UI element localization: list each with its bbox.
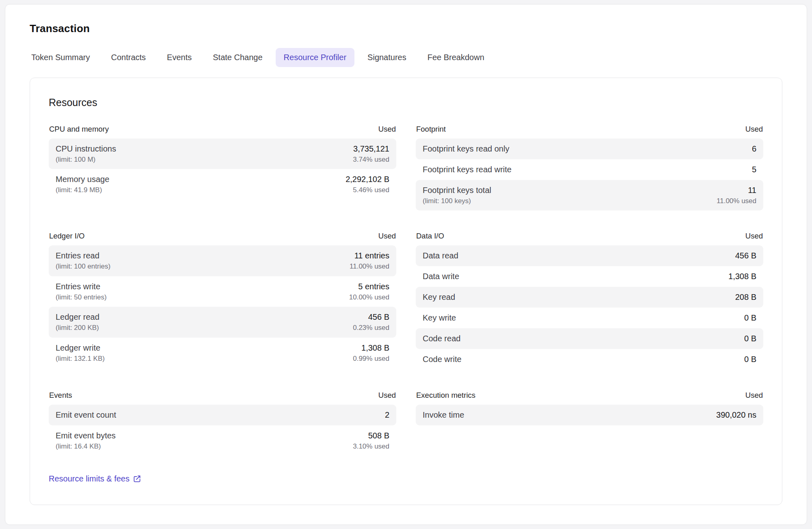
page-title: Transaction [30,22,782,35]
resource-label: Entries read [56,251,110,261]
resources-title: Resources [49,97,763,108]
section-title: CPU and memory [49,125,109,134]
section-cpu-memory: CPU and memory Used CPU instructions (li… [49,125,396,200]
section-header: Data I/O Used [416,232,763,241]
resource-value: 0 B [744,313,756,323]
resource-label: Invoke time [423,410,464,420]
section-execution-metrics: Execution metrics Used Invoke time 390,0… [416,391,763,425]
resource-label: Key read [423,292,455,302]
section-header: Events Used [49,391,396,400]
tab-signatures[interactable]: Signatures [359,48,415,67]
used-column-label: Used [745,391,763,400]
resource-row: Emit event count 2 [49,405,396,425]
resource-value: 508 B [353,431,389,441]
resource-value: 3,735,121 [353,144,389,154]
resource-value: 5 entries [349,282,389,292]
resource-value: 1,308 B [353,343,389,353]
section-header: Ledger I/O Used [49,232,396,241]
resource-label: Data read [423,251,458,261]
resource-label: Footprint keys read write [423,165,512,175]
resource-row: Ledger read (limit: 200 KB) 456 B 0.23% … [49,307,396,337]
section-rows: Data read 456 B Data write 1,308 B Key r… [416,245,763,370]
tab-events[interactable]: Events [159,48,200,67]
resource-label: Entries write [56,282,107,292]
resource-percent-used: 5.46% used [346,186,389,194]
section-header: Execution metrics Used [416,391,763,400]
external-link-icon [133,475,141,483]
section-title: Events [49,391,72,400]
tab-token-summary[interactable]: Token Summary [23,48,98,67]
resource-row: Data read 456 B [416,245,763,266]
resource-value: 1,308 B [728,271,756,282]
resource-percent-used: 3.74% used [353,156,389,164]
resource-value: 2 [385,410,389,420]
tab-contracts[interactable]: Contracts [103,48,154,67]
resource-value: 0 B [744,334,756,344]
resource-limit: (limit: 50 entries) [56,293,107,301]
section-ledger-io: Ledger I/O Used Entries read (limit: 100… [49,232,396,368]
resource-limit: (limit: 200 KB) [56,324,99,332]
resource-value: 456 B [353,312,389,322]
section-rows: CPU instructions (limit: 100 M) 3,735,12… [49,139,396,200]
resource-label: Code write [423,354,462,364]
resource-row: Emit event bytes (limit: 16.4 KB) 508 B … [49,425,396,456]
resource-limits-fees-link[interactable]: Resource limits & fees [49,474,141,483]
used-column-label: Used [378,125,396,134]
section-rows: Entries read (limit: 100 entries) 11 ent… [49,245,396,368]
used-column-label: Used [745,232,763,241]
resource-row: Key read 208 B [416,287,763,308]
transaction-card: Transaction Token Summary Contracts Even… [5,4,807,525]
resource-label: Key write [423,313,456,323]
resource-value: 5 [752,165,756,175]
used-column-label: Used [745,125,763,134]
resource-label: Emit event bytes [56,431,116,441]
resource-label: Ledger read [56,312,99,322]
resource-percent-used: 10.00% used [349,293,389,301]
resource-label: Emit event count [56,410,116,420]
section-title: Footprint [416,125,446,134]
section-header: Footprint Used [416,125,763,134]
used-column-label: Used [378,232,396,241]
resource-percent-used: 3.10% used [353,442,389,451]
resource-label: Data write [423,271,459,282]
resource-value: 11 entries [350,251,389,261]
resource-percent-used: 11.00% used [350,262,389,271]
section-rows: Invoke time 390,020 ns [416,405,763,425]
resource-row: Footprint keys total (limit: 100 keys) 1… [416,180,763,210]
tab-fee-breakdown[interactable]: Fee Breakdown [419,48,492,67]
used-column-label: Used [378,391,396,400]
resource-limit: (limit: 100 keys) [423,197,491,205]
resource-limit: (limit: 100 M) [56,156,116,164]
tab-state-change[interactable]: State Change [205,48,270,67]
resource-value: 6 [752,144,756,154]
resource-limit: (limit: 41.9 MB) [56,186,109,194]
resource-row: Ledger write (limit: 132.1 KB) 1,308 B 0… [49,338,396,368]
resource-row: Data write 1,308 B [416,266,763,287]
resource-label: Footprint keys read only [423,144,509,154]
resource-grid: CPU and memory Used CPU instructions (li… [49,125,763,456]
section-title: Execution metrics [416,391,475,400]
resource-value: 2,292,102 B [346,174,389,184]
tab-resource-profiler[interactable]: Resource Profiler [276,48,355,67]
resource-percent-used: 0.23% used [353,324,389,332]
resource-row: Footprint keys read only 6 [416,139,763,159]
section-rows: Emit event count 2 Emit event bytes (lim… [49,405,396,456]
resource-label: Footprint keys total [423,185,491,195]
resource-row: Invoke time 390,020 ns [416,405,763,425]
resource-row: Memory usage (limit: 41.9 MB) 2,292,102 … [49,169,396,199]
section-title: Data I/O [416,232,444,241]
resource-limit: (limit: 132.1 KB) [56,355,105,363]
resource-row: Entries read (limit: 100 entries) 11 ent… [49,245,396,276]
resource-row: Footprint keys read write 5 [416,159,763,180]
section-data-io: Data I/O Used Data read 456 B Data write… [416,232,763,370]
tab-bar: Token Summary Contracts Events State Cha… [23,48,782,67]
resource-value: 0 B [744,354,756,364]
section-footprint: Footprint Used Footprint keys read only … [416,125,763,210]
resource-row: CPU instructions (limit: 100 M) 3,735,12… [49,139,396,169]
resource-percent-used: 11.00% used [717,197,756,205]
section-header: CPU and memory Used [49,125,396,134]
section-title: Ledger I/O [49,232,84,241]
resource-limit: (limit: 16.4 KB) [56,442,116,451]
resource-percent-used: 0.99% used [353,355,389,363]
resource-limit: (limit: 100 entries) [56,262,110,271]
